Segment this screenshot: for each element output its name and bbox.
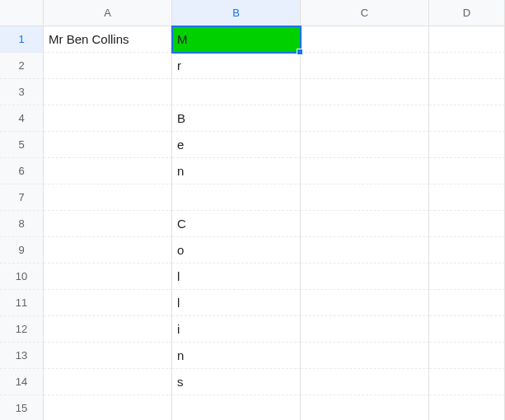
cell-D5[interactable] bbox=[429, 132, 505, 158]
cell-D9[interactable] bbox=[429, 237, 505, 264]
cell-D7[interactable] bbox=[429, 184, 505, 211]
cell-A13[interactable] bbox=[44, 343, 172, 369]
cell-C15[interactable] bbox=[301, 395, 429, 420]
row-header-2[interactable]: 2 bbox=[0, 53, 44, 79]
cell-C3[interactable] bbox=[301, 79, 429, 105]
row-header-3[interactable]: 3 bbox=[0, 79, 44, 105]
col-header-A[interactable]: A bbox=[44, 0, 172, 26]
cell-D8[interactable] bbox=[429, 211, 505, 237]
cell-A10[interactable] bbox=[44, 264, 172, 290]
cell-A2[interactable] bbox=[44, 53, 172, 79]
cell-C13[interactable] bbox=[301, 343, 429, 369]
cell-C1[interactable] bbox=[301, 26, 429, 53]
cell-D14[interactable] bbox=[429, 369, 505, 395]
cell-D3[interactable] bbox=[429, 79, 505, 105]
cell-A7[interactable] bbox=[44, 184, 172, 211]
row-header-14[interactable]: 14 bbox=[0, 369, 44, 395]
row-header-5[interactable]: 5 bbox=[0, 132, 44, 158]
row-header-7[interactable]: 7 bbox=[0, 184, 44, 211]
cell-D4[interactable] bbox=[429, 105, 505, 132]
cell-A3[interactable] bbox=[44, 79, 172, 105]
col-header-B[interactable]: B bbox=[172, 0, 301, 26]
cell-D12[interactable] bbox=[429, 316, 505, 343]
cell-C12[interactable] bbox=[301, 316, 429, 343]
row-header-12[interactable]: 12 bbox=[0, 316, 44, 343]
cell-B11[interactable]: l bbox=[172, 290, 301, 316]
cell-D10[interactable] bbox=[429, 264, 505, 290]
cell-A15[interactable] bbox=[44, 395, 172, 420]
cell-A12[interactable] bbox=[44, 316, 172, 343]
corner-select-all[interactable] bbox=[0, 0, 44, 26]
col-header-D[interactable]: D bbox=[429, 0, 505, 26]
cell-B14[interactable]: s bbox=[172, 369, 301, 395]
cell-B5[interactable]: e bbox=[172, 132, 301, 158]
cell-C4[interactable] bbox=[301, 105, 429, 132]
row-header-13[interactable]: 13 bbox=[0, 343, 44, 369]
cell-D13[interactable] bbox=[429, 343, 505, 369]
cell-B1[interactable]: M bbox=[172, 26, 301, 53]
cell-A9[interactable] bbox=[44, 237, 172, 264]
cell-B8[interactable]: C bbox=[172, 211, 301, 237]
cell-B3[interactable] bbox=[172, 79, 301, 105]
cell-B4[interactable]: B bbox=[172, 105, 301, 132]
cell-D1[interactable] bbox=[429, 26, 505, 53]
row-header-8[interactable]: 8 bbox=[0, 211, 44, 237]
cell-A1[interactable]: Mr Ben Collins bbox=[44, 26, 172, 53]
row-header-6[interactable]: 6 bbox=[0, 158, 44, 184]
cell-C8[interactable] bbox=[301, 211, 429, 237]
cell-C5[interactable] bbox=[301, 132, 429, 158]
cell-B10[interactable]: l bbox=[172, 264, 301, 290]
cell-B6[interactable]: n bbox=[172, 158, 301, 184]
row-header-4[interactable]: 4 bbox=[0, 105, 44, 132]
fill-handle[interactable] bbox=[297, 49, 303, 55]
row-header-10[interactable]: 10 bbox=[0, 264, 44, 290]
cell-C14[interactable] bbox=[301, 369, 429, 395]
spreadsheet-grid: A B C D 1 Mr Ben Collins M 2 r 3 4 B 5 e… bbox=[0, 0, 505, 420]
cell-B13[interactable]: n bbox=[172, 343, 301, 369]
cell-D6[interactable] bbox=[429, 158, 505, 184]
cell-D15[interactable] bbox=[429, 395, 505, 420]
cell-A6[interactable] bbox=[44, 158, 172, 184]
cell-B2[interactable]: r bbox=[172, 53, 301, 79]
row-header-1[interactable]: 1 bbox=[0, 26, 44, 53]
cell-C11[interactable] bbox=[301, 290, 429, 316]
cell-D11[interactable] bbox=[429, 290, 505, 316]
cell-A5[interactable] bbox=[44, 132, 172, 158]
cell-C10[interactable] bbox=[301, 264, 429, 290]
cell-C6[interactable] bbox=[301, 158, 429, 184]
col-header-C[interactable]: C bbox=[301, 0, 429, 26]
row-header-15[interactable]: 15 bbox=[0, 395, 44, 420]
cell-B9[interactable]: o bbox=[172, 237, 301, 264]
cell-C7[interactable] bbox=[301, 184, 429, 211]
row-header-9[interactable]: 9 bbox=[0, 237, 44, 264]
cell-C9[interactable] bbox=[301, 237, 429, 264]
cell-B15[interactable] bbox=[172, 395, 301, 420]
cell-A14[interactable] bbox=[44, 369, 172, 395]
cell-value: M bbox=[177, 32, 188, 46]
cell-C2[interactable] bbox=[301, 53, 429, 79]
cell-A11[interactable] bbox=[44, 290, 172, 316]
cell-D2[interactable] bbox=[429, 53, 505, 79]
cell-B7[interactable] bbox=[172, 184, 301, 211]
cell-A8[interactable] bbox=[44, 211, 172, 237]
cell-A4[interactable] bbox=[44, 105, 172, 132]
row-header-11[interactable]: 11 bbox=[0, 290, 44, 316]
cell-B12[interactable]: i bbox=[172, 316, 301, 343]
